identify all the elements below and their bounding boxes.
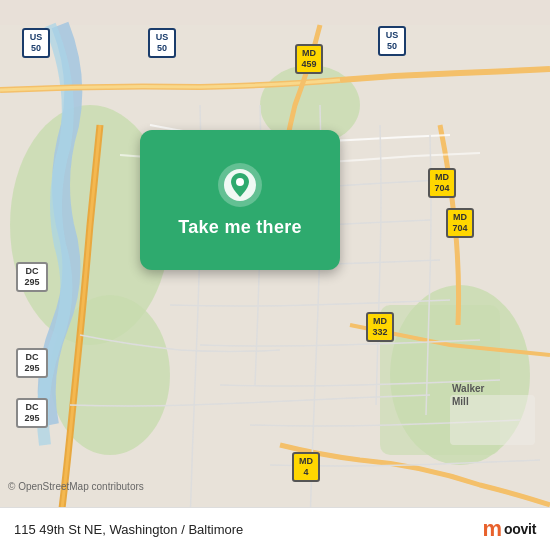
location-pin-icon xyxy=(218,163,262,207)
copyright-text: © OpenStreetMap contributors xyxy=(8,481,144,492)
road-badge-md4: MD 4 xyxy=(292,452,320,482)
svg-point-9 xyxy=(236,178,244,186)
map-background xyxy=(0,0,550,550)
moovit-logo: m oovit xyxy=(482,518,536,540)
road-badge-dc295-1: DC 295 xyxy=(16,262,48,292)
road-badge-us50-left: US 50 xyxy=(22,28,50,58)
moovit-text: oovit xyxy=(504,521,536,537)
road-badge-md332: MD 332 xyxy=(366,312,394,342)
take-me-there-button[interactable]: Take me there xyxy=(178,217,302,238)
walker-mill-label: WalkerMill xyxy=(452,382,484,408)
road-badge-md704-2: MD 704 xyxy=(446,208,474,238)
road-badge-md704-1: MD 704 xyxy=(428,168,456,198)
map-container: US 50 US 50 US 50 MD 459 MD 704 MD 704 D… xyxy=(0,0,550,550)
address-text: 115 49th St NE, Washington / Baltimore xyxy=(14,522,243,537)
road-badge-us50-mid: US 50 xyxy=(148,28,176,58)
road-badge-us50-right: US 50 xyxy=(378,26,406,56)
road-badge-dc295-3: DC 295 xyxy=(16,398,48,428)
road-badge-dc295-2: DC 295 xyxy=(16,348,48,378)
location-card[interactable]: Take me there xyxy=(140,130,340,270)
moovit-m-letter: m xyxy=(482,518,502,540)
bottom-bar: 115 49th St NE, Washington / Baltimore m… xyxy=(0,507,550,550)
road-badge-md459: MD 459 xyxy=(295,44,323,74)
